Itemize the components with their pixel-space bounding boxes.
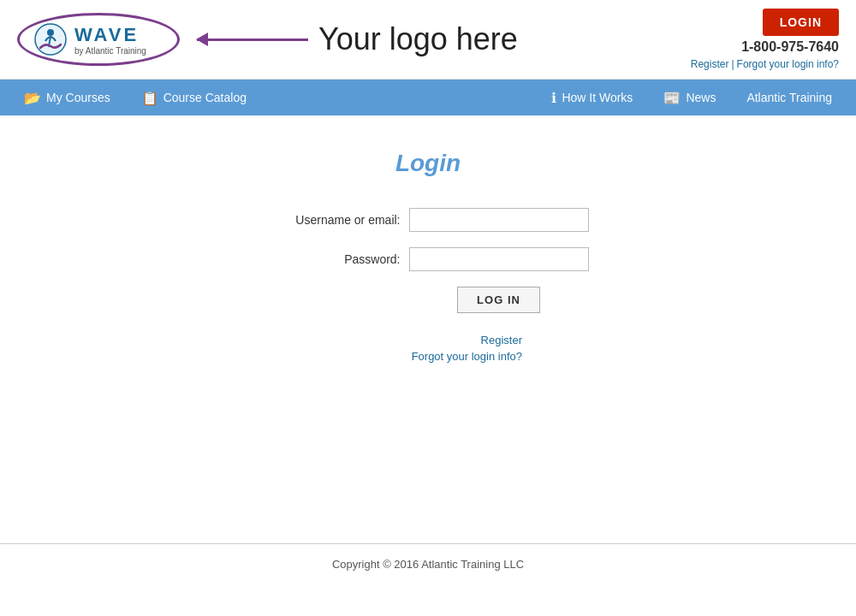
nav-label-my-courses: My Courses: [46, 91, 110, 104]
nav-item-my-courses[interactable]: 📂 My Courses: [9, 81, 126, 115]
nav-label-how-it-works: How It Works: [562, 91, 633, 104]
your-logo-placeholder: Your logo here: [318, 21, 518, 57]
form-links: Register Forgot your login info?: [214, 334, 642, 363]
pipe-separator: |: [731, 58, 734, 70]
password-label: Password:: [268, 252, 401, 266]
username-label: Username or email:: [268, 213, 401, 227]
how-it-works-icon: ℹ: [551, 90, 556, 106]
my-courses-icon: 📂: [24, 90, 41, 106]
header: WAVE by Atlantic Training Your logo here…: [0, 0, 856, 80]
copyright-text: Copyright © 2016 Atlantic Training LLC: [332, 558, 524, 571]
nav-item-how-it-works[interactable]: ℹ How It Works: [536, 81, 648, 115]
nav-item-news[interactable]: 📰 News: [648, 81, 731, 115]
login-button[interactable]: LOGIN: [763, 9, 839, 36]
svg-point-1: [47, 29, 54, 36]
forgot-link-form[interactable]: Forgot your login info?: [412, 350, 522, 363]
logo: WAVE by Atlantic Training: [17, 13, 180, 66]
password-input[interactable]: [409, 247, 589, 271]
header-left: WAVE by Atlantic Training Your logo here: [17, 13, 518, 66]
navbar: 📂 My Courses 📋 Course Catalog ℹ How It W…: [0, 80, 856, 116]
register-link-header[interactable]: Register: [691, 58, 729, 70]
main-content: Login Username or email: Password: LOG I…: [0, 116, 856, 526]
logo-wave-text: WAVE: [74, 24, 146, 46]
register-link-form[interactable]: Register: [481, 334, 522, 346]
arrow-line: [197, 38, 308, 41]
phone-number: 1-800-975-7640: [741, 39, 839, 55]
username-input[interactable]: [409, 208, 589, 232]
logo-sub-text: by Atlantic Training: [74, 46, 146, 56]
header-right: LOGIN 1-800-975-7640 Register|Forgot you…: [691, 9, 839, 70]
forgot-link-header[interactable]: Forgot your login info?: [737, 58, 839, 70]
nav-item-atlantic-training[interactable]: Atlantic Training: [731, 82, 847, 113]
news-icon: 📰: [663, 90, 681, 106]
log-in-button[interactable]: LOG IN: [457, 287, 540, 313]
username-row: Username or email:: [214, 208, 642, 232]
arrow-indicator: [197, 38, 308, 41]
form-button-row: LOG IN: [214, 287, 642, 313]
logo-icon: [33, 22, 68, 56]
password-row: Password:: [214, 247, 642, 271]
nav-label-atlantic-training: Atlantic Training: [746, 91, 832, 104]
logo-text-group: WAVE by Atlantic Training: [74, 24, 146, 56]
logo-placeholder-area: Your logo here: [197, 21, 518, 57]
nav-label-news: News: [686, 91, 716, 104]
header-links: Register|Forgot your login info?: [691, 58, 839, 70]
footer: Copyright © 2016 Atlantic Training LLC: [0, 543, 856, 584]
nav-label-course-catalog: Course Catalog: [163, 91, 247, 104]
login-form: Username or email: Password: LOG IN Regi…: [214, 208, 642, 363]
nav-item-course-catalog[interactable]: 📋 Course Catalog: [126, 81, 262, 115]
course-catalog-icon: 📋: [141, 90, 158, 106]
login-title: Login: [17, 150, 839, 177]
